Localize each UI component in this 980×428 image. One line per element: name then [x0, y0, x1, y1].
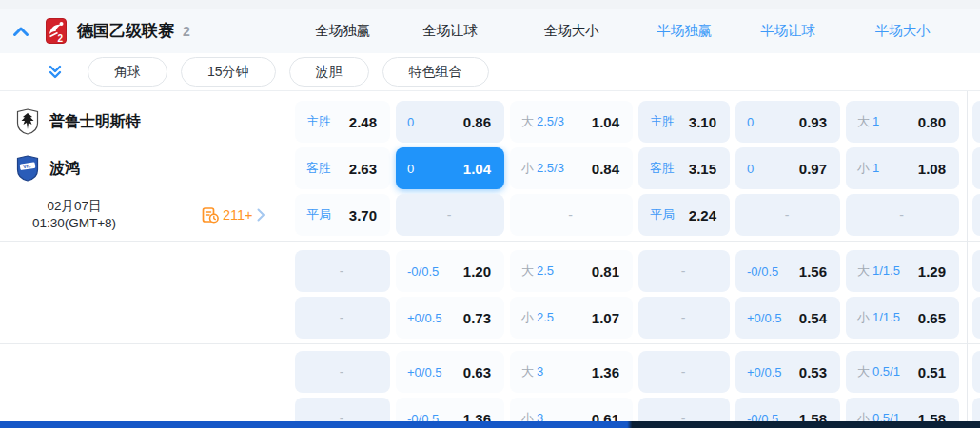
odds-label: 小1/1.5 — [857, 309, 900, 326]
partial-odds-cell — [972, 250, 980, 292]
odds-cell[interactable]: +0/0.50.63 — [396, 351, 504, 393]
odds-label: 大1 — [857, 113, 879, 130]
right-column-divider — [967, 91, 968, 421]
odds-label: 主胜 — [650, 113, 675, 130]
odds-value: 0.86 — [463, 114, 491, 130]
odds-value: 0.73 — [463, 310, 491, 326]
odds-cell-empty: - — [638, 297, 730, 339]
odds-cell[interactable]: 01.04 — [396, 147, 504, 189]
odds-cell[interactable]: 大1/1.51.29 — [846, 250, 959, 292]
row-left-spacer — [0, 250, 289, 292]
away-team-name: 波鸿 — [49, 159, 80, 179]
odds-value: 1.08 — [918, 161, 946, 177]
odds-value: 0.51 — [918, 364, 946, 380]
odds-cell[interactable]: 小2.51.07 — [510, 297, 633, 339]
odds-value: 3.70 — [349, 207, 377, 224]
odds-cell[interactable]: -0/0.51.20 — [396, 250, 504, 292]
more-markets-link[interactable]: 211+ — [202, 194, 265, 236]
odds-label: 0 — [747, 162, 754, 176]
sub-market-pill-0[interactable]: 角球 — [88, 57, 167, 87]
odds-cell-empty: - — [396, 194, 504, 236]
odds-cell[interactable]: 00.97 — [735, 147, 840, 189]
odds-cell[interactable]: 大2.5/31.04 — [510, 101, 633, 143]
odds-cell[interactable]: 小11.08 — [846, 147, 959, 189]
odds-value: 0.93 — [799, 114, 827, 130]
odds-cell[interactable]: -0/0.51.56 — [735, 250, 840, 292]
sub-market-pill-1[interactable]: 15分钟 — [181, 57, 276, 87]
odds-label: +0/0.5 — [407, 365, 442, 379]
sub-market-bar: 角球15分钟波胆特色组合 — [0, 53, 980, 91]
odds-value: 3.10 — [689, 114, 716, 130]
odds-value: 1.29 — [918, 263, 946, 280]
odds-cell-empty: - — [295, 250, 390, 292]
odds-cell[interactable]: 大10.80 — [846, 101, 959, 143]
odds-label: -0/0.5 — [747, 264, 778, 279]
odds-label-prefix: 小 — [521, 161, 534, 175]
away-team-row: VfL 波鸿 — [0, 147, 289, 189]
odds-label-prefix: 大 — [521, 364, 534, 379]
odds-cell[interactable]: 客胜3.15 — [638, 147, 730, 189]
odds-value: 1.07 — [592, 310, 619, 326]
sub-market-pill-2[interactable]: 波胆 — [289, 57, 369, 87]
odds-cell-empty: - — [735, 194, 840, 236]
odds-label: 平局 — [306, 206, 331, 224]
odds-label-prefix: 大 — [857, 364, 870, 379]
no-odds-dash: - — [568, 207, 573, 223]
odds-cell[interactable]: 主胜2.48 — [295, 101, 390, 143]
odds-cell[interactable]: 00.93 — [735, 101, 840, 143]
odds-cell[interactable]: +0/0.50.54 — [735, 297, 840, 339]
odds-value: 2.48 — [349, 114, 377, 130]
odds-cell[interactable]: 小1/1.50.65 — [846, 297, 959, 339]
odds-value: 0.63 — [463, 364, 491, 380]
market-tab-2[interactable]: 全场大小 — [510, 22, 633, 40]
market-tab-3[interactable]: 半场独赢 — [638, 22, 730, 40]
odds-cell-empty: - — [510, 194, 633, 236]
odds-cell[interactable]: 大2.50.81 — [510, 250, 633, 292]
market-tab-4[interactable]: 半场让球 — [735, 22, 840, 40]
odds-cell[interactable]: 主胜3.10 — [638, 101, 730, 143]
odds-cell[interactable]: 小2.5/30.84 — [510, 147, 633, 189]
odds-label-prefix: 大 — [857, 114, 870, 128]
odds-label: 0 — [747, 115, 754, 129]
odds-label: 大2.5 — [521, 263, 554, 280]
odds-cell[interactable]: +0/0.50.53 — [735, 351, 840, 393]
chevron-right-icon — [257, 208, 265, 222]
odds-label: 小1 — [857, 160, 879, 177]
market-tab-0[interactable]: 全场独赢 — [295, 22, 390, 40]
odds-label: 平局 — [650, 206, 675, 224]
svg-text:VfL: VfL — [23, 163, 31, 169]
odds-cell[interactable]: 大0.5/10.51 — [846, 351, 959, 393]
bottom-bar — [0, 421, 980, 428]
collapse-chevron-up-icon[interactable] — [12, 26, 29, 37]
league-logo-bundesliga2-icon: 2 — [46, 18, 67, 44]
odds-value: 1.04 — [463, 161, 491, 177]
odds-label: 0 — [407, 162, 414, 176]
no-odds-dash: - — [785, 207, 790, 223]
match-date-line1: 02月07日 — [3, 198, 146, 215]
odds-cell[interactable]: 客胜2.63 — [295, 147, 390, 189]
svg-text:2: 2 — [58, 33, 64, 44]
odds-cell[interactable]: +0/0.50.73 — [396, 297, 504, 339]
odds-cell[interactable]: 00.86 — [396, 101, 504, 143]
odds-label-prefix: 小 — [857, 310, 870, 324]
odds-value: 0.53 — [799, 364, 827, 380]
odds-value: 0.84 — [592, 161, 619, 177]
odds-value: 1.04 — [592, 114, 619, 130]
odds-value: 0.54 — [799, 310, 827, 326]
odds-table: 主胜2.4800.86大2.5/31.04主胜3.1000.93大10.80客胜… — [0, 91, 980, 428]
odds-label: +0/0.5 — [407, 311, 442, 325]
odds-label: 大0.5/1 — [857, 363, 900, 380]
odds-value: 0.65 — [918, 310, 946, 326]
market-tab-1[interactable]: 全场让球 — [396, 22, 504, 40]
odds-label-prefix: 小 — [521, 310, 534, 324]
odds-label: +0/0.5 — [747, 365, 782, 379]
expand-double-chevron-down-icon[interactable] — [48, 65, 63, 80]
odds-cell-empty: - — [295, 297, 390, 339]
odds-cell[interactable]: 大31.36 — [510, 351, 633, 393]
odds-cell[interactable]: 平局2.24 — [638, 194, 730, 236]
sub-market-pill-3[interactable]: 特色组合 — [382, 57, 489, 87]
more-markets-count: 211+ — [223, 207, 253, 223]
market-tab-5[interactable]: 半场大小 — [846, 22, 959, 40]
odds-cell[interactable]: 平局3.70 — [295, 194, 390, 236]
odds-row: -+0/0.50.63大31.36-+0/0.50.53大0.5/10.51 — [0, 351, 980, 393]
